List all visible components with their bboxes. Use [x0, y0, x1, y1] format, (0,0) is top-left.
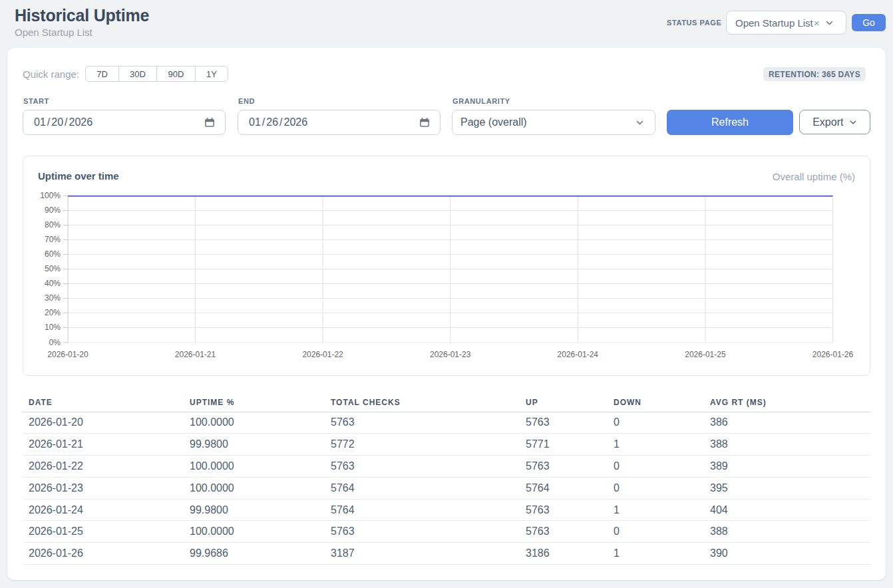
- svg-text:30%: 30%: [45, 293, 61, 303]
- svg-text:2026-01-23: 2026-01-23: [430, 350, 471, 359]
- svg-text:80%: 80%: [45, 220, 61, 229]
- svg-text:2026-01-26: 2026-01-26: [812, 350, 854, 359]
- svg-text:2026-01-24: 2026-01-24: [558, 350, 599, 359]
- svg-text:2026-01-25: 2026-01-25: [685, 350, 726, 359]
- svg-text:2026-01-21: 2026-01-21: [175, 350, 216, 359]
- svg-text:90%: 90%: [45, 206, 61, 215]
- svg-text:10%: 10%: [45, 323, 61, 332]
- svg-text:0%: 0%: [49, 338, 61, 347]
- svg-text:100%: 100%: [40, 191, 61, 200]
- svg-text:2026-01-22: 2026-01-22: [302, 350, 343, 359]
- svg-text:50%: 50%: [45, 264, 61, 273]
- svg-text:70%: 70%: [45, 235, 61, 244]
- svg-text:20%: 20%: [45, 308, 61, 317]
- svg-text:60%: 60%: [45, 249, 61, 259]
- svg-text:40%: 40%: [45, 279, 61, 288]
- svg-text:2026-01-20: 2026-01-20: [47, 350, 89, 359]
